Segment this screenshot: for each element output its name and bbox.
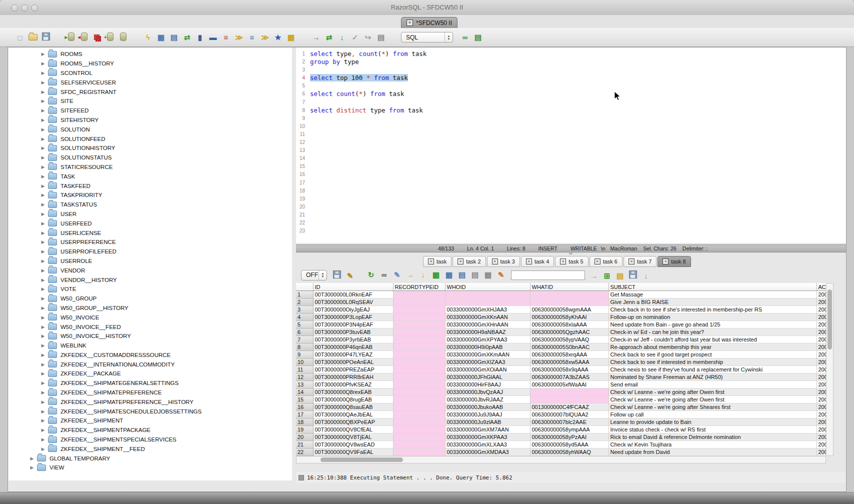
tree-item-global temporary[interactable]: ▶GLOBAL TEMPORARY (8, 454, 292, 463)
grid-cell[interactable]: Re-approach about membership this year (608, 344, 816, 351)
table-copy-icon[interactable]: ▦ (483, 270, 493, 280)
tree-item-solutionstatus[interactable]: ▶SOLUTIONSTATUS (8, 153, 292, 162)
grid-cell[interactable]: 00T3000000PfvKSEAZ (313, 381, 393, 388)
row-number[interactable]: 22 (296, 448, 313, 456)
tree-item-userrole[interactable]: ▶USERROLE (8, 256, 292, 266)
grid-cell[interactable] (445, 298, 530, 306)
grid-cell[interactable] (393, 344, 445, 351)
tree-item-view[interactable]: ▶VIEW (8, 463, 292, 472)
disclosure-triangle-icon[interactable]: ▶ (40, 428, 46, 432)
table-properties-icon[interactable]: ▦ (156, 32, 166, 42)
grid-cell[interactable]: 200 (816, 418, 826, 426)
row-number[interactable]: 5 (296, 321, 313, 328)
refresh-document-icon[interactable]: ⇄ (182, 32, 192, 42)
tree-item-vote[interactable]: ▶VOTE (8, 284, 292, 294)
grid-cell[interactable]: 006300000058yKhAAI (530, 314, 608, 321)
grid-cell[interactable] (530, 291, 608, 298)
row-number[interactable]: 17 (296, 411, 313, 418)
tree-item-taskpriority[interactable]: ▶TASKPRIORITY (8, 190, 292, 200)
tree-item-solutionhistory[interactable]: ▶SOLUTIONHISTORY (8, 144, 292, 153)
grid-cell[interactable]: 0033000000Ju9zlAAB (445, 418, 530, 426)
indent-columns-icon[interactable]: → (405, 270, 415, 280)
grid-cell[interactable]: 00T3000000PRR8rEAH (313, 374, 393, 381)
redo-icon[interactable]: ↪ (363, 32, 373, 42)
grid-cell[interactable]: 00T3000000Q8rexEAB (313, 388, 393, 396)
grid-cell[interactable]: 0033000000JbvRJAAZ (445, 396, 530, 404)
document-tab[interactable]: × *SFDCW50 II (401, 17, 458, 28)
grid-cell[interactable]: 200 (816, 328, 826, 336)
grid-cell[interactable]: 0013000000C4fFCAAZ (530, 404, 608, 411)
grid-cell[interactable]: 200 (816, 358, 826, 366)
grid-cell[interactable] (445, 291, 530, 298)
result-tab-task-7[interactable]: ×task 7 (624, 256, 656, 267)
disclosure-triangle-icon[interactable]: ▶ (40, 286, 46, 292)
refresh-results-icon[interactable]: ↻ (366, 270, 376, 280)
tree-item-zkfedex__shipmategeneralsettings[interactable]: ▶ZKFEDEX__SHIPMATEGENERALSETTINGS (8, 378, 292, 388)
grid-cell[interactable]: 00630000007blc2AAE (530, 418, 608, 426)
disclosure-triangle-icon[interactable]: ▶ (40, 127, 46, 132)
save-as-icon[interactable] (628, 270, 638, 280)
grid-cell[interactable]: 00T3000000PREZaEAP (313, 366, 393, 374)
grid-cell[interactable]: 00T3000000POeAnEAL (313, 358, 393, 366)
zoom-window-button[interactable] (31, 4, 38, 12)
tab-close-icon[interactable]: × (458, 258, 464, 264)
grid-cell[interactable]: 200 (816, 344, 826, 351)
check-icon[interactable]: ✓ (350, 32, 360, 42)
grid-cell[interactable]: 00T3000000L0RknEAF (313, 291, 393, 298)
grid-cell[interactable]: 200 (816, 298, 826, 306)
grid-cell[interactable]: 0033000000JbvQzAAJ (445, 388, 530, 396)
disclosure-triangle-icon[interactable]: ▶ (40, 437, 46, 442)
grid-cell[interactable]: 00T3000000QV8CfEAL (313, 426, 393, 434)
grid-cell[interactable]: 00T3000000P3yrbEAB (313, 336, 393, 344)
tab-close-icon[interactable]: × (628, 258, 634, 264)
column-header-ac[interactable]: AC (816, 283, 826, 291)
row-number[interactable]: 6 (296, 328, 313, 336)
tree-item-sitefeed[interactable]: ▶SITEFEED (8, 106, 292, 116)
tree-item-zkfedex__shipmatescheduledjobssettings[interactable]: ▶ZKFEDEX__SHIPMATESCHEDULEDJOBSSETTINGS (8, 406, 292, 416)
row-number[interactable]: 8 (296, 344, 313, 351)
grid-cell[interactable]: 200 (816, 314, 826, 321)
disclosure-triangle-icon[interactable]: ▶ (40, 240, 46, 244)
grid-cell[interactable] (393, 366, 445, 374)
grid-cell[interactable]: 200 (816, 336, 826, 344)
row-number[interactable]: 2 (296, 298, 313, 306)
disclosure-triangle-icon[interactable]: ▶ (28, 456, 36, 461)
row-number[interactable]: 13 (296, 381, 313, 388)
tree-item-zkfedex__package[interactable]: ▶ZKFEDEX__PACKAGE (8, 369, 292, 378)
grid-cell[interactable]: 00T3000000L0RqSEAV (313, 298, 393, 306)
grid-cell[interactable]: 00630000005S0bnAAC (530, 344, 608, 351)
grid-cell[interactable]: 0033000000GmXKnAAN (445, 314, 530, 321)
grid-cell[interactable]: 00T3000000QV8wsEAD (313, 441, 393, 448)
export-document-icon[interactable]: ▤ (169, 32, 179, 42)
disclosure-triangle-icon[interactable]: ▶ (40, 192, 46, 198)
down-arrow-icon[interactable]: ↓ (337, 32, 347, 42)
grid-cell[interactable]: 200 (816, 404, 826, 411)
grid-cell[interactable]: Check w/ Kevin Tsujihara (608, 441, 816, 448)
grid-cell[interactable]: 00T3000000P46qnEAB (313, 344, 393, 351)
grid-cell[interactable]: Rick to email David & reference Delmonte… (608, 434, 816, 441)
grid-cell[interactable] (393, 434, 445, 441)
grid-cell[interactable]: 006300000058wgmAAA (530, 306, 608, 314)
disclosure-triangle-icon[interactable]: ▶ (40, 324, 46, 330)
grid-cell[interactable]: 200 (816, 306, 826, 314)
table-add-icon[interactable]: ⊞ (602, 271, 612, 281)
disconnect-db-icon[interactable]: ◂ (79, 32, 89, 42)
disclosure-triangle-icon[interactable]: ▶ (40, 202, 46, 207)
sql-editor[interactable]: 1234567891011121314151617181920212223 se… (296, 48, 846, 243)
disclosure-triangle-icon[interactable]: ▶ (40, 249, 46, 254)
grid-cell[interactable]: 200 (816, 351, 826, 358)
grid-cell[interactable]: 0033000000H9i0pAAB (445, 344, 530, 351)
disclosure-triangle-icon[interactable]: ▶ (40, 90, 46, 94)
column-header-subject[interactable]: SUBJECT (608, 283, 816, 291)
grid-cell[interactable]: 00630000007A3bZAAS (530, 374, 608, 381)
save-icon[interactable] (41, 32, 51, 42)
grid-cell[interactable]: 006300000058x9qAAA (530, 366, 608, 374)
go-next-icon[interactable]: → (589, 270, 599, 280)
row-number[interactable]: 16 (296, 404, 313, 411)
grid-cell[interactable]: Check back to see if interested in membe… (608, 358, 816, 366)
row-limit-select[interactable]: OFF ▲▼ (301, 270, 327, 280)
grid-cell[interactable]: 00T3000000Q8rugEAB (313, 396, 393, 404)
tree-item-zkfedex__shipmatepreference[interactable]: ▶ZKFEDEX__SHIPMATEPREFERENCE (8, 388, 292, 398)
tree-item-scontrol[interactable]: ▶SCONTROL (8, 68, 292, 78)
grid-cell[interactable] (393, 336, 445, 344)
